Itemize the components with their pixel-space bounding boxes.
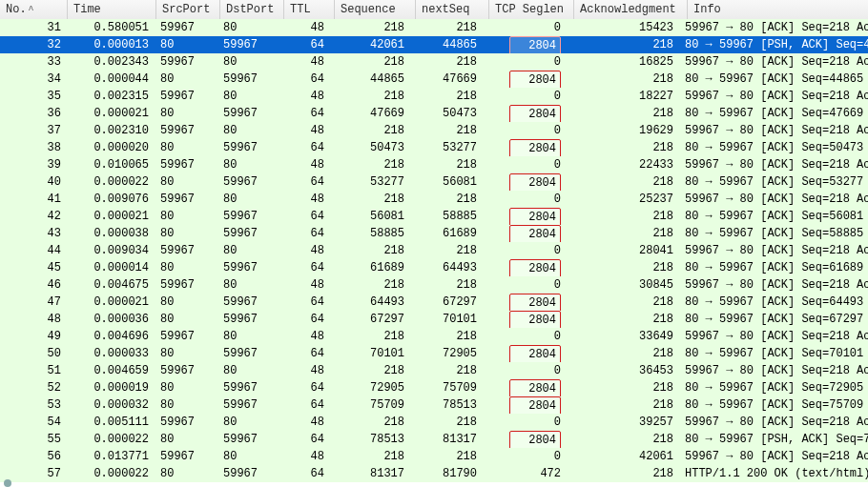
table-row[interactable]: 370.00231059967804821821801962959967 → 8… — [0, 122, 868, 139]
table-row[interactable]: 440.00903459967804821821802804159967 → 8… — [0, 242, 868, 259]
cell-no: 55 — [0, 431, 67, 448]
cell-seglen: 0 — [483, 276, 567, 294]
col-header-info[interactable]: Info — [688, 0, 868, 19]
cell-seglen: 0 — [483, 122, 567, 139]
table-row[interactable]: 410.00907659967804821821802523759967 → 8… — [0, 191, 868, 208]
seglen-value: 0 — [519, 448, 561, 465]
table-row[interactable]: 570.0000228059967648131781790472218HTTP/… — [0, 465, 868, 482]
cell-seq: 218 — [330, 276, 410, 294]
cell-ack: 218 — [567, 294, 679, 311]
seglen-value: 0 — [519, 53, 561, 71]
cell-time: 0.004696 — [67, 328, 155, 345]
table-row[interactable]: 560.01377159967804821821804206159967 → 8… — [0, 448, 868, 465]
cell-info: 80 → 59967 [ACK] Seq=64493 Ack=218 — [679, 294, 868, 311]
cell-ack: 16825 — [567, 53, 679, 71]
table-row[interactable]: 430.0000388059967645888561689280421880 →… — [0, 225, 868, 242]
col-header-ack[interactable]: Acknowledgment — [574, 0, 688, 19]
cell-src: 59967 — [155, 362, 217, 379]
table-row[interactable]: 500.0000338059967647010172905280421880 →… — [0, 345, 868, 362]
table-row[interactable]: 420.0000218059967645608158885280421880 →… — [0, 208, 868, 225]
table-row[interactable]: 520.0000198059967647290575709280421880 →… — [0, 379, 868, 396]
cell-src: 80 — [155, 431, 217, 448]
table-row[interactable]: 320.0000138059967644206144865280421880 →… — [0, 36, 868, 53]
table-row[interactable]: 530.0000328059967647570978513280421880 →… — [0, 396, 868, 414]
cell-ack: 218 — [567, 208, 679, 225]
cell-seglen: 0 — [483, 88, 567, 105]
cell-next: 78513 — [410, 396, 483, 414]
cell-ack: 18227 — [567, 88, 679, 105]
cell-time: 0.000036 — [67, 311, 155, 328]
col-header-dstport[interactable]: DstPort — [220, 0, 284, 19]
cell-no: 33 — [0, 53, 67, 71]
cell-dst: 59967 — [217, 345, 280, 362]
cell-src: 59967 — [155, 414, 217, 431]
cell-info: 59967 → 80 [ACK] Seq=218 Ack=30845 — [679, 276, 868, 294]
cell-ttl: 64 — [280, 173, 330, 191]
cell-no: 47 — [0, 294, 67, 311]
cell-ttl: 64 — [280, 36, 330, 53]
seglen-value: 0 — [519, 414, 561, 431]
cell-seq: 67297 — [330, 311, 410, 328]
table-row[interactable]: 390.01006559967804821821802243359967 → 8… — [0, 156, 868, 173]
cell-next: 50473 — [410, 105, 483, 122]
table-row[interactable]: 330.00234359967804821821801682559967 → 8… — [0, 53, 868, 71]
col-header-nextseq[interactable]: nextSeq — [416, 0, 489, 19]
table-row[interactable]: 460.00467559967804821821803084559967 → 8… — [0, 276, 868, 294]
cell-ack: 218 — [567, 345, 679, 362]
col-header-ttl[interactable]: TTL — [284, 0, 335, 19]
col-header-sequence[interactable]: Sequence — [335, 0, 416, 19]
table-row[interactable]: 540.00511159967804821821803925759967 → 8… — [0, 414, 868, 431]
table-row[interactable]: 450.0000148059967646168964493280421880 →… — [0, 259, 868, 276]
cell-next: 218 — [410, 448, 483, 465]
cell-next: 218 — [410, 414, 483, 431]
table-row[interactable]: 380.0000208059967645047353277280421880 →… — [0, 139, 868, 156]
table-row[interactable]: 400.0000228059967645327756081280421880 →… — [0, 173, 868, 191]
table-row[interactable]: 550.0000228059967647851381317280421880 →… — [0, 431, 868, 448]
cell-info: 59967 → 80 [ACK] Seq=218 Ack=36453 — [679, 362, 868, 379]
table-row[interactable]: 360.0000218059967644766950473280421880 →… — [0, 105, 868, 122]
table-row[interactable]: 490.00469659967804821821803364959967 → 8… — [0, 328, 868, 345]
cell-next: 218 — [410, 276, 483, 294]
cell-ttl: 64 — [280, 105, 330, 122]
cell-ttl: 48 — [280, 156, 330, 173]
packet-rows[interactable]: 310.58005159967804821821801542359967 → 8… — [0, 19, 868, 487]
cell-dst: 59967 — [217, 173, 280, 191]
seglen-value: 0 — [519, 122, 561, 139]
cell-dst: 80 — [217, 122, 280, 139]
cell-dst: 80 — [217, 156, 280, 173]
cell-info: 59967 → 80 [ACK] Seq=218 Ack=25237 — [679, 191, 868, 208]
cell-seq: 218 — [330, 53, 410, 71]
table-row[interactable]: 310.58005159967804821821801542359967 → 8… — [0, 19, 868, 36]
cell-seglen: 2804 — [483, 396, 567, 414]
cell-src: 80 — [155, 225, 217, 242]
cell-next: 56081 — [410, 173, 483, 191]
seglen-highlight: 2804 — [509, 259, 561, 276]
col-header-seglen[interactable]: TCP Seglen — [489, 0, 574, 19]
cell-no: 31 — [0, 19, 67, 36]
col-header-srcport[interactable]: SrcPort — [156, 0, 220, 19]
cell-next: 81790 — [410, 465, 483, 482]
cell-seq: 70101 — [330, 345, 410, 362]
cell-seglen: 2804 — [483, 294, 567, 311]
cell-src: 80 — [155, 259, 217, 276]
cell-no: 52 — [0, 379, 67, 396]
cell-seq: 53277 — [330, 173, 410, 191]
cell-dst: 80 — [217, 19, 280, 36]
cell-ttl: 48 — [280, 414, 330, 431]
cell-seglen: 2804 — [483, 431, 567, 448]
col-header-no[interactable]: No.^ — [0, 0, 68, 19]
cell-ack: 218 — [567, 225, 679, 242]
cell-time: 0.000022 — [67, 431, 155, 448]
cell-seglen: 2804 — [483, 259, 567, 276]
cell-ack: 218 — [567, 173, 679, 191]
cell-next: 218 — [410, 328, 483, 345]
cell-ack: 42061 — [567, 448, 679, 465]
table-row[interactable]: 350.00231559967804821821801822759967 → 8… — [0, 88, 868, 105]
table-row[interactable]: 340.0000448059967644486547669280421880 →… — [0, 71, 868, 88]
table-row[interactable]: 470.0000218059967646449367297280421880 →… — [0, 294, 868, 311]
col-header-time[interactable]: Time — [68, 0, 156, 19]
table-row[interactable]: 480.0000368059967646729770101280421880 →… — [0, 311, 868, 328]
table-row[interactable]: 510.00465959967804821821803645359967 → 8… — [0, 362, 868, 379]
cell-dst: 59967 — [217, 71, 280, 88]
cell-next: 70101 — [410, 311, 483, 328]
